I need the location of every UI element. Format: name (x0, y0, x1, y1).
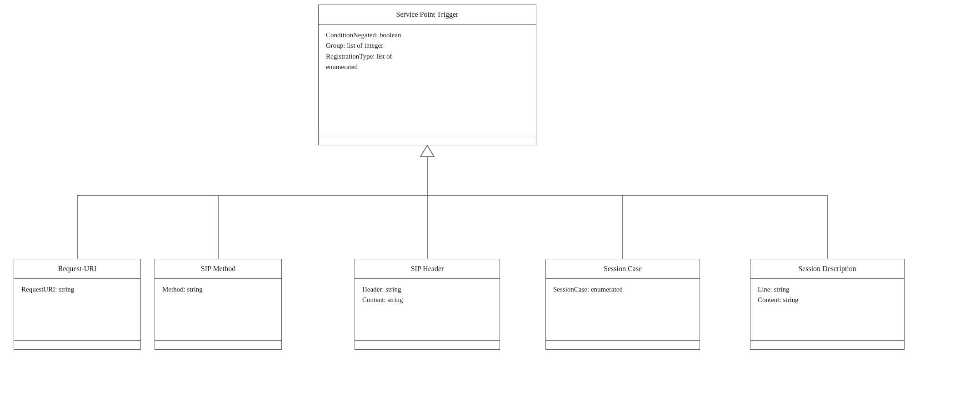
parent-attr-2: Group: list of integer (326, 40, 529, 51)
session-description-attr-1: Line: string (758, 284, 897, 295)
child-box-request-uri: Request-URI RequestURI: string (14, 259, 141, 350)
sip-header-attr-1: Header: string (362, 284, 492, 295)
session-description-attr-2: Content: string (758, 295, 897, 305)
sip-header-title: SIP Header (355, 259, 500, 279)
parent-box: Service Point Trigger ConditionNegated: … (318, 5, 536, 145)
sip-header-footer (355, 340, 500, 349)
session-case-attr-1: SessionCase: enumerated (553, 284, 692, 295)
parent-attr-3: RegistrationType: list ofenumerated (326, 51, 529, 73)
session-description-title: Session Description (750, 259, 904, 279)
sip-method-attrs: Method: string (155, 279, 281, 340)
request-uri-footer (14, 340, 140, 349)
sip-method-attr-1: Method: string (162, 284, 274, 295)
parent-attrs: ConditionNegated: boolean Group: list of… (319, 25, 536, 136)
parent-title: Service Point Trigger (319, 5, 536, 25)
session-case-title: Session Case (546, 259, 700, 279)
request-uri-attrs: RequestURI: string (14, 279, 140, 340)
request-uri-attr-1: RequestURI: string (21, 284, 133, 295)
sip-method-title: SIP Method (155, 259, 281, 279)
parent-attr-1: ConditionNegated: boolean (326, 30, 529, 40)
svg-marker-1 (420, 145, 434, 157)
child-box-sip-method: SIP Method Method: string (155, 259, 282, 350)
sip-header-attrs: Header: string Content: string (355, 279, 500, 340)
session-description-attrs: Line: string Content: string (750, 279, 904, 340)
child-box-session-description: Session Description Line: string Content… (750, 259, 905, 350)
request-uri-title: Request-URI (14, 259, 140, 279)
session-description-footer (750, 340, 904, 349)
sip-header-attr-2: Content: string (362, 295, 492, 305)
session-case-footer (546, 340, 700, 349)
parent-footer (319, 136, 536, 145)
child-box-session-case: Session Case SessionCase: enumerated (545, 259, 700, 350)
session-case-attrs: SessionCase: enumerated (546, 279, 700, 340)
child-box-sip-header: SIP Header Header: string Content: strin… (355, 259, 500, 350)
sip-method-footer (155, 340, 281, 349)
diagram-container: Service Point Trigger ConditionNegated: … (0, 0, 980, 401)
